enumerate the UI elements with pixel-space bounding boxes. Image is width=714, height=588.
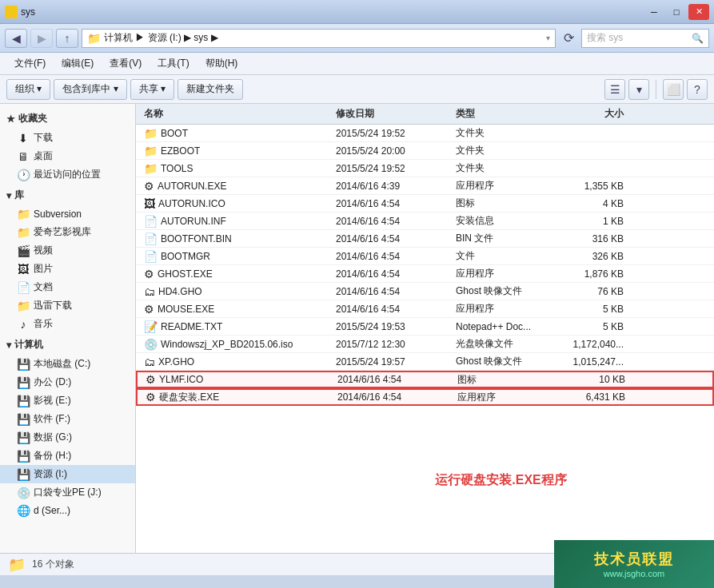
sidebar-item-i[interactable]: 💾 资源 (I:): [0, 465, 135, 483]
table-row[interactable]: ⚙MOUSE.EXE 2014/6/16 4:54 应用程序 5 KB: [136, 300, 714, 318]
sidebar-item-net[interactable]: 🌐 d (Ser...): [0, 502, 135, 519]
titlebar: sys ─ □ ✕: [0, 0, 714, 24]
drive-d-label: 办公 (D:): [34, 375, 71, 389]
col-header-type[interactable]: 类型: [456, 107, 552, 121]
sidebar-item-thunder[interactable]: 📁 迅雷下载: [0, 296, 135, 315]
maximize-button[interactable]: □: [666, 4, 687, 20]
mouse-icon: ⚙: [144, 303, 154, 316]
address-bar-input[interactable]: 📁 计算机 ▶ 资源 (I:) ▶ sys ▶ ▾: [82, 29, 556, 48]
back-button[interactable]: ◀: [5, 29, 27, 48]
sidebar-item-pictures[interactable]: 🖼 图片: [0, 260, 135, 278]
drive-e-icon: 💾: [16, 395, 30, 407]
inf-icon: 📄: [144, 215, 158, 228]
video-label: 视频: [34, 244, 53, 257]
table-row[interactable]: 📁EZBOOT 2015/5/24 20:00 文件夹: [136, 142, 714, 160]
drive-net-icon: 🌐: [16, 504, 30, 517]
table-row[interactable]: 📄BOOTFONT.BIN 2014/6/16 4:54 BIN 文件 316 …: [136, 230, 714, 248]
sidebar-item-iqiyi[interactable]: 📁 爱奇艺影视库: [0, 223, 135, 241]
sidebar-item-documents[interactable]: 📄 文档: [0, 278, 135, 296]
help-button[interactable]: ?: [687, 79, 708, 100]
table-row[interactable]: 📁TOOLS 2015/5/24 19:52 文件夹: [136, 160, 714, 177]
content-area: 名称 修改日期 类型 大小 📁BOOT 2015/5/24 19:52 文件夹 …: [136, 104, 714, 553]
menu-help[interactable]: 帮助(H): [197, 54, 246, 74]
sidebar-item-h[interactable]: 💾 备份 (H:): [0, 447, 135, 465]
search-placeholder: 搜索 sys: [587, 31, 692, 45]
folder-status-icon: 📁: [8, 556, 26, 574]
drive-h-label: 备份 (H:): [34, 449, 71, 463]
menu-view[interactable]: 查看(V): [102, 54, 150, 74]
video-icon: 🎬: [16, 244, 30, 257]
drive-i-label: 资源 (I:): [34, 467, 67, 481]
sidebar-item-c[interactable]: 💾 本地磁盘 (C:): [0, 355, 135, 373]
forward-button[interactable]: ▶: [30, 29, 53, 48]
watermark-url: www.jsgho.com: [604, 569, 664, 578]
menu-tools[interactable]: 工具(T): [150, 54, 197, 74]
refresh-button[interactable]: ⟳: [559, 29, 578, 48]
col-header-size[interactable]: 大小: [552, 107, 632, 121]
up-button[interactable]: ↑: [56, 29, 78, 48]
sidebar-item-desktop[interactable]: 🖥 桌面: [0, 147, 135, 165]
close-button[interactable]: ✕: [688, 4, 709, 20]
iqiyi-icon: 📁: [16, 226, 30, 239]
newfolder-button[interactable]: 新建文件夹: [178, 79, 243, 100]
table-row[interactable]: 📁BOOT 2015/5/24 19:52 文件夹: [136, 125, 714, 142]
titlebar-left: sys: [5, 6, 35, 18]
music-icon: ♪: [16, 318, 30, 331]
view-details-button[interactable]: ☰: [604, 79, 625, 100]
search-box[interactable]: 搜索 sys 🔍: [581, 29, 709, 48]
favorites-header[interactable]: ★ 收藏夹: [0, 109, 135, 129]
sidebar-item-e[interactable]: 💾 影视 (E:): [0, 391, 135, 410]
sidebar-item-recent[interactable]: 🕐 最近访问的位置: [0, 165, 135, 184]
table-row[interactable]: 📄AUTORUN.INF 2014/6/16 4:54 安装信息 1 KB: [136, 213, 714, 230]
annotation-area: 运行硬盘安装.EXE程序: [296, 448, 706, 489]
xpgho-icon: 🗂: [144, 356, 155, 368]
table-row[interactable]: 🖼AUTORUN.ICO 2014/6/16 4:54 图标 4 KB: [136, 195, 714, 213]
minimize-button[interactable]: ─: [644, 4, 664, 20]
address-dropdown-icon[interactable]: ▾: [546, 34, 550, 42]
table-row[interactable]: ⚙AUTORUN.EXE 2014/6/16 4:39 应用程序 1,355 K…: [136, 177, 714, 195]
subversion-label: Subversion: [34, 209, 82, 220]
folder-icon: 📁: [144, 162, 158, 175]
table-row[interactable]: 📝README.TXT 2015/5/24 19:53 Notepad++ Do…: [136, 318, 714, 336]
sidebar-item-f[interactable]: 💾 软件 (F:): [0, 410, 135, 428]
sidebar-item-d[interactable]: 💾 办公 (D:): [0, 373, 135, 391]
sidebar-item-subversion[interactable]: 📁 Subversion: [0, 205, 135, 223]
table-row[interactable]: ⚙GHOST.EXE 2014/6/16 4:54 应用程序 1,876 KB: [136, 265, 714, 283]
drive-c-icon: 💾: [16, 358, 30, 371]
downloads-label: 下载: [34, 131, 53, 145]
library-header[interactable]: ▾ 库: [0, 185, 135, 205]
sidebar-item-j[interactable]: 💿 口袋专业PE (J:): [0, 483, 135, 502]
table-row[interactable]: 💿Windowszj_XP_BD2015.06.iso 2015/7/12 12…: [136, 336, 714, 353]
table-row[interactable]: 🗂HD4.GHO 2014/6/16 4:54 Ghost 映像文件 76 KB: [136, 283, 714, 300]
table-row-ylmf[interactable]: ⚙YLMF.ICO 2014/6/16 4:54 图标 10 KB: [136, 371, 714, 388]
drive-j-label: 口袋专业PE (J:): [34, 486, 102, 499]
subversion-icon: 📁: [16, 208, 30, 220]
search-icon[interactable]: 🔍: [692, 33, 704, 44]
computer-header[interactable]: ▾ 计算机: [0, 335, 135, 355]
recent-icon: 🕐: [16, 169, 30, 181]
col-header-date[interactable]: 修改日期: [336, 107, 456, 121]
library-button[interactable]: 包含到库中 ▾: [54, 79, 126, 100]
titlebar-title: sys: [21, 6, 35, 18]
share-button[interactable]: 共享 ▾: [130, 79, 174, 100]
sidebar-item-music[interactable]: ♪ 音乐: [0, 315, 135, 333]
sidebar-item-downloads[interactable]: ⬇ 下载: [0, 129, 135, 147]
drive-f-icon: 💾: [16, 413, 30, 426]
view-icons-button[interactable]: ▾: [628, 79, 649, 100]
library-section: ▾ 库 📁 Subversion 📁 爱奇艺影视库 🎬 视频 🖼 图片 📄: [0, 185, 135, 333]
sidebar-item-g[interactable]: 💾 数据 (G:): [0, 428, 135, 447]
preview-button[interactable]: ⬜: [663, 79, 684, 100]
drive-e-label: 影视 (E:): [34, 394, 71, 407]
sidebar-item-video[interactable]: 🎬 视频: [0, 241, 135, 260]
desktop-label: 桌面: [34, 149, 53, 163]
table-row[interactable]: 🗂XP.GHO 2015/5/24 19:57 Ghost 映像文件 1,015…: [136, 353, 714, 371]
menu-edit[interactable]: 编辑(E): [54, 54, 102, 74]
menu-file[interactable]: 文件(F): [6, 54, 54, 74]
drive-g-label: 数据 (G:): [34, 431, 72, 444]
organize-button[interactable]: 组织 ▾: [6, 79, 50, 100]
table-row[interactable]: 📄BOOTMGR 2014/6/16 4:54 文件 326 KB: [136, 248, 714, 265]
documents-label: 文档: [34, 280, 53, 294]
status-count: 16 个对象: [32, 558, 74, 571]
col-header-name[interactable]: 名称: [136, 107, 336, 121]
table-row-hdinstall[interactable]: ⚙硬盘安装.EXE 2014/6/16 4:54 应用程序 6,431 KB: [136, 388, 714, 406]
